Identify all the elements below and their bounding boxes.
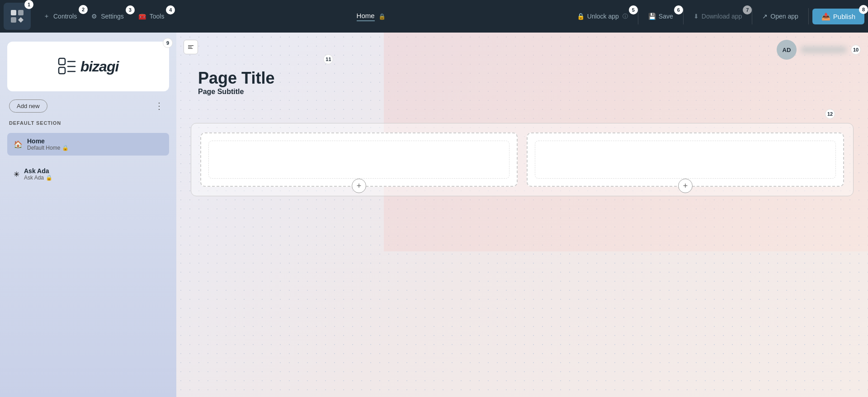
publish-button[interactable]: 📤 Publish 8	[812, 9, 864, 24]
svg-rect-0	[11, 10, 16, 15]
sidebar-item-home[interactable]: 🏠 Home Default Home 🔒	[7, 133, 169, 156]
home-page-sub: Default Home 🔒	[27, 145, 69, 151]
sidebar: bizagi 9 Add new ⋮ DEFAULT SECTION 🏠 Hom…	[0, 33, 176, 397]
unlock-info-icon: ⓘ	[623, 13, 628, 20]
nav-right: 🔒 Unlock app ⓘ 5 💾 Save 6 ⬇ Download app…	[571, 8, 864, 24]
download-button[interactable]: ⬇ Download app 7	[687, 9, 749, 24]
sidebar-brand: bizagi 9	[7, 42, 169, 91]
nav-lock-icon: 🔒	[378, 13, 386, 20]
svg-rect-4	[59, 67, 65, 74]
save-button[interactable]: 💾 Save 6	[642, 9, 679, 24]
canvas-card-2[interactable]: +	[527, 132, 844, 187]
canvas-page-subtitle: Page Subtitle	[198, 88, 274, 96]
collapse-sidebar-button[interactable]	[184, 40, 198, 54]
logo-button[interactable]: 1	[4, 3, 31, 30]
controls-icon: ＋	[43, 12, 50, 20]
home-page-name: Home	[27, 137, 69, 145]
home-lock-icon: 🔒	[62, 145, 69, 151]
canvas-page-header: Page Title 11 Page Subtitle	[198, 69, 274, 96]
askada-icon: ✳	[14, 170, 19, 179]
open-app-icon: ↗	[762, 13, 768, 20]
unlock-badge: 5	[629, 5, 638, 14]
nav-center: Home 🔒	[171, 12, 570, 21]
tools-button[interactable]: 🧰 Tools 4	[131, 9, 172, 24]
download-badge: 7	[743, 5, 752, 14]
divider-1	[638, 8, 638, 24]
add-new-button[interactable]: Add new	[9, 99, 47, 113]
canvas-card-plus-1[interactable]: +	[352, 179, 366, 193]
user-badge: 10	[851, 45, 861, 55]
svg-rect-7	[188, 48, 193, 49]
bizagi-logo: bizagi	[58, 57, 119, 76]
user-avatar-area: AD 10	[777, 40, 861, 60]
publish-badge: 8	[859, 5, 868, 14]
tools-icon: 🧰	[138, 13, 146, 20]
main-content: bizagi 9 Add new ⋮ DEFAULT SECTION 🏠 Hom…	[0, 33, 868, 397]
svg-rect-1	[18, 10, 24, 15]
sidebar-controls: Add new ⋮	[7, 99, 169, 113]
logo-badge: 1	[24, 0, 33, 9]
settings-label: Settings	[101, 13, 124, 20]
download-icon: ⬇	[693, 13, 699, 20]
canvas-page-title: Page Title	[198, 69, 274, 88]
divider-3	[752, 8, 752, 24]
svg-rect-6	[188, 47, 192, 47]
unlock-button[interactable]: 🔒 Unlock app ⓘ 5	[571, 9, 634, 24]
open-app-button[interactable]: ↗ Open app	[756, 9, 805, 24]
canvas-card-inner-2	[535, 141, 836, 179]
save-badge: 6	[674, 5, 683, 14]
publish-icon: 📤	[821, 12, 830, 21]
divider-2	[683, 8, 684, 24]
user-name-blurred	[801, 47, 846, 53]
canvas-area: AD 10 Page Title 11 Page Subtitle 12 +	[176, 33, 868, 397]
canvas-card-1[interactable]: +	[200, 132, 518, 187]
grid-badge: 12	[825, 109, 835, 119]
divider-4	[808, 8, 809, 24]
controls-label: Controls	[53, 13, 77, 20]
section-label: DEFAULT SECTION	[7, 120, 169, 126]
unlock-lock-icon: 🔒	[577, 13, 585, 20]
svg-rect-2	[11, 17, 16, 23]
controls-button[interactable]: ＋ Controls 2	[36, 9, 84, 24]
canvas-grid-area: 12 + +	[191, 123, 854, 196]
home-icon: 🏠	[14, 140, 23, 149]
settings-icon: ⚙	[91, 13, 97, 20]
save-icon: 💾	[648, 13, 656, 20]
canvas-card-inner-1	[208, 141, 509, 179]
navbar: 1 ＋ Controls 2 ⚙ Settings 3 🧰 Tools 4 Ho…	[0, 0, 868, 33]
page-title-badge: 11	[323, 54, 333, 64]
svg-rect-5	[188, 45, 193, 46]
more-options-button[interactable]: ⋮	[151, 99, 167, 113]
svg-rect-3	[59, 58, 65, 65]
page-title-nav: Home 🔒	[357, 12, 386, 21]
brand-name: bizagi	[80, 58, 119, 75]
askada-lock-icon: 🔒	[46, 175, 52, 181]
askada-page-sub: Ask Ada 🔒	[24, 175, 52, 181]
tools-label: Tools	[150, 13, 165, 20]
user-avatar[interactable]: AD	[777, 40, 797, 60]
sidebar-item-askada[interactable]: ✳ Ask Ada Ask Ada 🔒	[7, 163, 169, 185]
askada-page-name: Ask Ada	[24, 167, 52, 175]
canvas-card-plus-2[interactable]: +	[678, 179, 693, 193]
brand-badge: 9	[163, 38, 173, 48]
settings-button[interactable]: ⚙ Settings 3	[84, 9, 131, 24]
